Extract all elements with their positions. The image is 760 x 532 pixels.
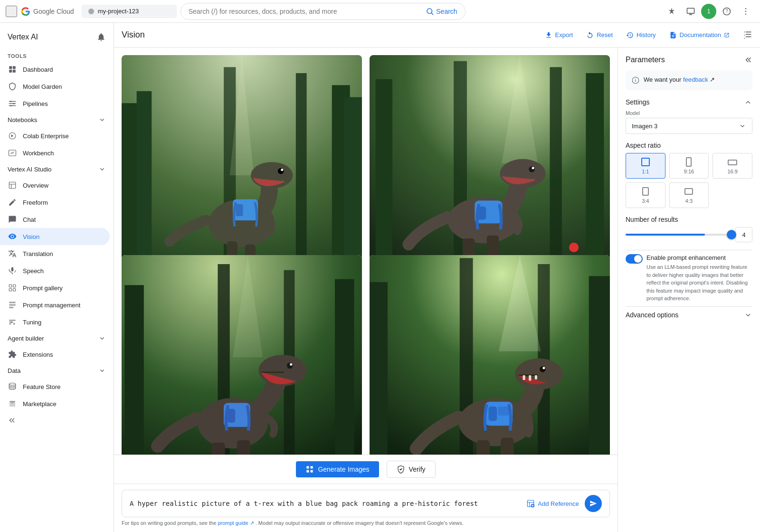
- sidebar-item-prompt-management[interactable]: Prompt management: [0, 296, 110, 314]
- data-section-header[interactable]: Data: [0, 363, 114, 378]
- collapse-sidebar-btn[interactable]: [0, 412, 114, 428]
- svg-rect-24: [13, 289, 16, 291]
- notification-bell-icon[interactable]: [96, 32, 106, 42]
- project-icon: [87, 8, 95, 15]
- sidebar-item-dashboard[interactable]: Dashboard: [0, 61, 110, 78]
- sidebar-item-marketplace[interactable]: Marketplace: [0, 395, 110, 412]
- export-icon: [545, 31, 552, 39]
- results-slider[interactable]: [626, 234, 732, 236]
- add-reference-label: Add Reference: [538, 500, 579, 507]
- svg-text:?: ?: [725, 9, 728, 14]
- marketplace-icon: [8, 399, 17, 408]
- svg-rect-80: [370, 282, 388, 455]
- hamburger-menu-button[interactable]: [6, 6, 17, 17]
- sidebar-item-workbench[interactable]: Workbench: [0, 144, 110, 162]
- sidebar-item-freeform[interactable]: Freeform: [0, 194, 110, 211]
- prompt-mgmt-icon: [8, 300, 17, 310]
- svg-point-91: [515, 358, 563, 390]
- svg-point-60: [529, 166, 535, 172]
- sidebar-item-model-garden[interactable]: Model Garden: [0, 78, 110, 95]
- svg-text:i: i: [635, 78, 636, 83]
- advanced-options-section[interactable]: Advanced options: [626, 306, 752, 323]
- sidebar-item-pipelines[interactable]: Pipelines: [0, 95, 110, 112]
- aspect-4-3-icon: [684, 187, 694, 196]
- aspect-16-9-label: 16:9: [727, 169, 737, 174]
- more-vert-button[interactable]: [737, 3, 754, 20]
- model-select[interactable]: Imagen 3: [626, 118, 752, 134]
- sidebar-item-chat[interactable]: Chat: [0, 211, 110, 228]
- pipelines-icon: [8, 99, 17, 108]
- aspect-9-16-button[interactable]: 9:16: [669, 153, 709, 179]
- slider-thumb[interactable]: [727, 230, 736, 239]
- sidebar-title: Vertex AI: [8, 33, 38, 41]
- send-button[interactable]: [585, 495, 602, 512]
- hint-suffix: . Model may output inaccurate or offensi…: [256, 520, 464, 526]
- prompt-enhancement-toggle[interactable]: [626, 254, 643, 264]
- translation-label: Translation: [23, 250, 53, 257]
- svg-point-10: [745, 13, 747, 15]
- feedback-link[interactable]: feedback: [683, 76, 708, 83]
- sidebar: Vertex AI Tools Dashboard Model Garden P…: [0, 23, 114, 532]
- svg-rect-81: [589, 276, 610, 455]
- panel-toggle-button[interactable]: [743, 30, 752, 40]
- prompt-guide-link[interactable]: prompt guide ↗: [218, 520, 254, 526]
- documentation-button[interactable]: Documentation: [664, 28, 735, 42]
- documentation-label: Documentation: [680, 31, 721, 38]
- sidebar-item-overview[interactable]: Overview: [0, 177, 110, 194]
- search-input[interactable]: [189, 8, 422, 15]
- sidebar-item-tuning[interactable]: Tuning: [0, 314, 110, 331]
- freeform-icon: [8, 198, 17, 207]
- search-button[interactable]: Search: [426, 7, 457, 16]
- feature-store-label: Feature Store: [23, 383, 61, 390]
- svg-rect-78: [228, 408, 235, 422]
- image-card-4[interactable]: [370, 255, 610, 455]
- settings-chevron-icon[interactable]: [744, 98, 752, 106]
- more-vert-icon: [741, 7, 750, 16]
- add-reference-icon: [526, 499, 535, 508]
- aspect-4-3-button[interactable]: 4:3: [669, 182, 709, 208]
- landscape-sm-aspect-icon: [684, 187, 694, 196]
- notebooks-section-header[interactable]: Notebooks: [0, 112, 114, 127]
- agent-builder-label: Agent builder: [8, 335, 44, 342]
- help-button[interactable]: ?: [718, 3, 735, 20]
- right-panel: Parameters i We want your feedback ↗ Set…: [618, 48, 760, 532]
- reset-button[interactable]: Reset: [580, 28, 618, 42]
- sidebar-item-colab[interactable]: Colab Enterprise: [0, 127, 110, 144]
- sidebar-item-feature-store[interactable]: Feature Store: [0, 378, 110, 395]
- export-button[interactable]: Export: [539, 28, 579, 42]
- aspect-16-9-button[interactable]: 16:9: [712, 153, 752, 179]
- svg-rect-98: [488, 406, 497, 420]
- svg-rect-92: [523, 375, 525, 380]
- svg-point-16: [13, 103, 15, 104]
- project-selector[interactable]: my-project-123: [82, 5, 177, 18]
- chat-icon: [8, 215, 17, 224]
- sidebar-item-translation[interactable]: Translation: [0, 245, 110, 262]
- aspect-4-3-label: 4:3: [685, 198, 693, 204]
- aspect-3-4-button[interactable]: 3:4: [626, 182, 665, 208]
- add-reference-button[interactable]: Add Reference: [526, 499, 579, 508]
- sidebar-item-vision[interactable]: Vision: [0, 228, 110, 245]
- image-card-3[interactable]: [122, 255, 362, 455]
- prompt-hint: For tips on writing good prompts, see th…: [122, 520, 610, 526]
- prompt-enhancement-desc: Use an LLM-based prompt rewriting featur…: [646, 263, 752, 303]
- prompt-input[interactable]: A hyper realistic picture of a t-rex wit…: [130, 500, 521, 507]
- sidebar-item-speech[interactable]: Speech: [0, 262, 110, 279]
- prompt-enhancement-label: Enable prompt enhancement: [646, 254, 752, 261]
- marketplace-label: Marketplace: [23, 400, 57, 408]
- sparkle-button[interactable]: [663, 3, 680, 20]
- results-value: 4: [735, 227, 752, 242]
- content-row: Generate Images Verify A hyper realistic…: [114, 48, 760, 532]
- display-button[interactable]: [682, 3, 699, 20]
- aspect-1-1-button[interactable]: 1:1: [626, 153, 665, 179]
- generate-images-button[interactable]: Generate Images: [296, 461, 379, 477]
- sidebar-item-prompt-gallery[interactable]: Prompt gallery: [0, 279, 110, 296]
- panel-collapse-icon[interactable]: [743, 55, 752, 65]
- verify-button[interactable]: Verify: [387, 461, 436, 478]
- page-title: Vision: [122, 30, 145, 40]
- vertex-studio-section-header[interactable]: Vertex AI Studio: [0, 162, 114, 177]
- svg-rect-65: [124, 285, 143, 455]
- sidebar-item-extensions[interactable]: Extensions: [0, 346, 110, 363]
- agent-builder-section-header[interactable]: Agent builder: [0, 331, 114, 346]
- user-avatar[interactable]: 1: [701, 4, 716, 19]
- history-button[interactable]: History: [620, 28, 661, 42]
